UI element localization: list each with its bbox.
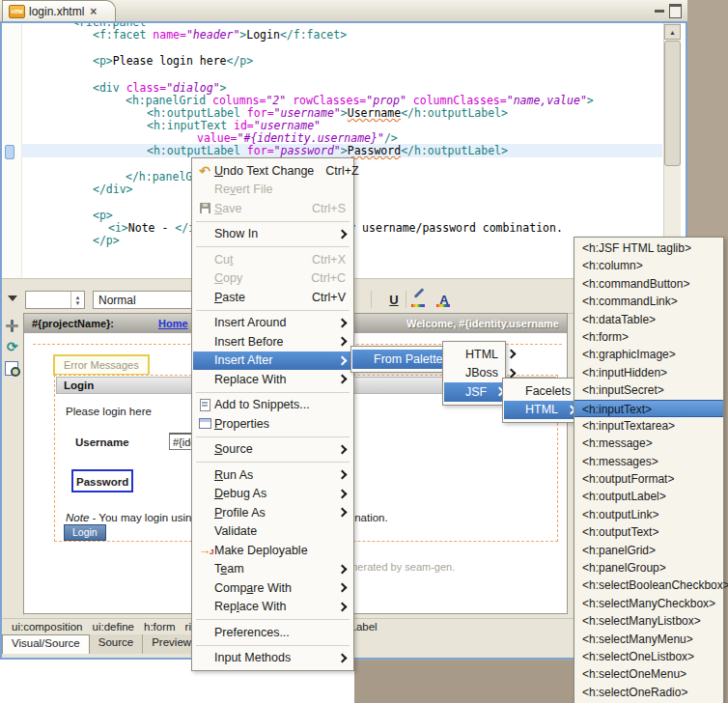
minimize-view-icon[interactable] <box>655 10 664 13</box>
tag-item-h-selectonemenu[interactable]: <h:selectOneMenu> <box>574 665 723 683</box>
tab-visual-source[interactable]: Visual/Source <box>2 634 90 654</box>
menu-item-label: JSF <box>465 385 487 399</box>
tag-item-h-commandlink[interactable]: <h:commandLink> <box>574 293 723 310</box>
menu-item-paste[interactable]: PasteCtrl+V <box>193 288 352 307</box>
submenu-chevron-icon <box>338 337 348 347</box>
combo-spinner-icons[interactable]: ▲▼ <box>70 292 84 308</box>
menu-item-add-to-snippets[interactable]: Add to Snippets... <box>193 396 352 415</box>
menu-item-jboss[interactable]: JBoss <box>444 364 504 383</box>
menu-item-profile-as[interactable]: Profile As <box>193 503 352 522</box>
font-color-button[interactable]: A <box>434 290 454 309</box>
tag-item-h-message[interactable]: <h:message> <box>574 435 723 452</box>
from-palette-submenu: HTMLJBossJSF <box>442 341 506 406</box>
block-format-combo[interactable]: ▲▼ <box>25 291 85 309</box>
menu-item-run-as[interactable]: Run As <box>193 465 352 485</box>
tag-item-h-inputhidden[interactable]: <h:inputHidden> <box>574 364 723 381</box>
tab-login-xhtml[interactable]: HTM login.xhtml × <box>2 0 116 21</box>
breadcrumb-item-ui-define[interactable]: ui:define <box>93 621 134 633</box>
menu-item-revert-file[interactable]: Revert File <box>193 181 352 200</box>
tag-item-h-selectoneradio[interactable]: <h:selectOneRadio> <box>574 684 723 701</box>
code-line[interactable]: </div> <box>93 183 133 196</box>
code-line[interactable]: </p> <box>93 235 120 247</box>
tag-item-h-datatable[interactable]: <h:dataTable> <box>574 311 723 328</box>
tag-item-h-panelgroup[interactable]: <h:panelGroup> <box>574 559 723 576</box>
tag-item-h-inputtextarea[interactable]: <h:inputTextarea> <box>574 417 723 435</box>
menu-item-compare-with[interactable]: Compare With <box>193 578 352 598</box>
menu-item-icon-gutter: →J <box>195 544 214 556</box>
code-line[interactable]: <f:facet name="header">Login</f:facet> <box>93 29 347 42</box>
scrollbar-up-arrow-icon[interactable]: ▲ <box>664 24 681 40</box>
code-line[interactable]: <p>Please login here</p> <box>93 55 253 68</box>
refresh-icon[interactable]: ⟳ <box>5 340 19 354</box>
submenu-chevron-icon <box>338 653 348 662</box>
menu-item-debug-as[interactable]: Debug As <box>193 485 352 504</box>
underline-button[interactable]: U <box>384 290 404 309</box>
tag-item-h-column[interactable]: <h:column> <box>574 257 723 274</box>
menu-item-label: Show In <box>214 227 258 240</box>
menu-item-replace-with[interactable]: Replace With <box>193 598 352 617</box>
preview-page-icon[interactable] <box>5 361 18 376</box>
menu-item-team[interactable]: Team <box>193 560 352 579</box>
menu-item-copy[interactable]: CopyCtrl+C <box>193 269 352 289</box>
tag-item-h-outputlink[interactable]: <h:outputLink> <box>574 506 723 523</box>
menu-item-icon-gutter <box>195 399 214 411</box>
tag-item-h-panelgrid[interactable]: <h:panelGrid> <box>574 542 723 559</box>
tab-close-icon[interactable]: × <box>90 5 97 18</box>
tab-source[interactable]: Source <box>90 634 143 654</box>
menu-item-facelets[interactable]: Facelets <box>504 381 574 401</box>
tools-icon[interactable] <box>5 319 19 333</box>
menu-item-validate[interactable]: Validate <box>193 522 352 542</box>
menu-item-html[interactable]: HTML <box>444 345 504 364</box>
tag-item-h-form[interactable]: <h:form> <box>574 328 723 346</box>
menu-item-input-methods[interactable]: Input Methods <box>193 649 352 668</box>
menu-item-insert-around[interactable]: Insert Around <box>193 314 352 333</box>
highlight-color-button[interactable] <box>409 290 429 309</box>
tag-item-h-outputlabel[interactable]: <h:outputLabel> <box>574 488 723 505</box>
error-messages-placeholder[interactable]: Error Messages <box>53 354 150 376</box>
tag-item-h-outputtext[interactable]: <h:outputText> <box>574 523 723 541</box>
menu-item-from-palette[interactable]: From Palette <box>352 350 444 369</box>
tag-item-h-inputtext[interactable]: <h:inputText> <box>574 400 723 417</box>
tag-item-h-commandbutton[interactable]: <h:commandButton> <box>574 275 723 293</box>
menu-separator <box>196 619 350 620</box>
login-button[interactable]: Login <box>64 524 106 541</box>
menu-item-save[interactable]: SaveCtrl+S <box>193 199 352 218</box>
submenu-chevron-icon <box>338 375 348 384</box>
submenu-chevron-icon <box>338 355 348 365</box>
breadcrumb-item-ui-composition[interactable]: ui:composition <box>12 621 83 633</box>
menu-item-replace-with[interactable]: Replace With <box>193 370 352 389</box>
menu-item-cut[interactable]: CutCtrl+X <box>193 250 352 269</box>
submenu-chevron-icon <box>338 602 348 611</box>
scrollbar-thumb[interactable] <box>664 41 681 166</box>
menu-item-html[interactable]: HTML <box>504 401 574 420</box>
toolbar-menu-dropdown-icon[interactable] <box>8 295 17 301</box>
tag-item-h-messages[interactable]: <h:messages> <box>574 453 723 470</box>
tag-item-h-selectbooleancheckbox[interactable]: <h:selectBooleanCheckbox> <box>574 576 723 594</box>
tag-item-h-jsf-html-taglib[interactable]: <h:JSF HTML taglib> <box>574 239 723 257</box>
menu-item-jsf[interactable]: JSF <box>444 382 504 402</box>
menu-item-insert-before[interactable]: Insert Before <box>193 332 352 352</box>
menu-item-accelerator: Ctrl+Z <box>325 164 358 178</box>
tag-item-h-selectmanycheckbox[interactable]: <h:selectManyCheckbox> <box>574 595 723 612</box>
tag-item-h-outputformat[interactable]: <h:outputFormat> <box>574 470 723 488</box>
menu-item-make-deployable[interactable]: →JMake Deployable <box>193 541 352 560</box>
menu-item-source[interactable]: Source <box>193 440 352 460</box>
maximize-view-icon[interactable] <box>669 4 682 18</box>
submenu-chevron-icon <box>338 583 348 593</box>
menu-item-preferences[interactable]: Preferences... <box>193 623 352 642</box>
menu-item-insert-after[interactable]: Insert After <box>193 352 352 371</box>
home-link[interactable]: Home <box>158 318 188 329</box>
menu-item-properties[interactable]: Properties <box>193 414 352 434</box>
tag-item-h-inputsecret[interactable]: <h:inputSecret> <box>574 381 723 399</box>
code-line[interactable]: <h:outputLabel for="password">Password</… <box>147 145 508 157</box>
tag-item-h-selectmanylistbox[interactable]: <h:selectManyListbox> <box>574 612 723 630</box>
tag-item-h-graphicimage[interactable]: <h:graphicImage> <box>574 346 723 363</box>
context-menu: ↶Undo Text ChangeCtrl+ZRevert FileSaveCt… <box>191 157 354 671</box>
jsf-html-tag-list: <h:JSF HTML taglib><h:column><h:commandB… <box>574 237 724 703</box>
breadcrumb-item-h-form[interactable]: h:form <box>144 621 176 633</box>
menu-item-undo-text-change[interactable]: ↶Undo Text ChangeCtrl+Z <box>193 161 352 181</box>
password-selection-box[interactable]: Password <box>71 469 133 492</box>
menu-item-show-in[interactable]: Show In <box>193 225 352 244</box>
tag-item-h-selectonelistbox[interactable]: <h:selectOneListbox> <box>574 648 723 665</box>
tag-item-h-selectmanymenu[interactable]: <h:selectManyMenu> <box>574 631 723 648</box>
